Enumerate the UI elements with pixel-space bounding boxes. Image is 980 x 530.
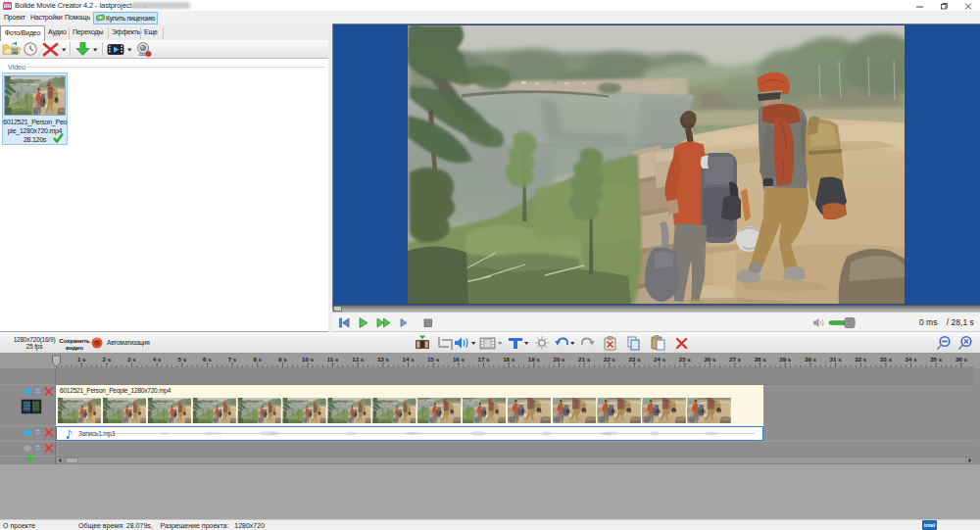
svg-text:35 s: 35 s [930, 356, 943, 362]
svg-text:36 s: 36 s [956, 356, 968, 362]
svg-text:8 s: 8 s [253, 356, 262, 362]
svg-text:17 s: 17 s [477, 356, 490, 362]
svg-text:18 s: 18 s [503, 356, 515, 362]
svg-text:27 s: 27 s [729, 356, 742, 362]
svg-text:28 s: 28 s [755, 356, 767, 362]
svg-text:4 s: 4 s [153, 356, 162, 362]
svg-text:19 s: 19 s [528, 356, 541, 362]
svg-text:29 s: 29 s [779, 356, 792, 362]
svg-text:20 s: 20 s [553, 356, 565, 362]
svg-text:32 s: 32 s [855, 356, 867, 362]
svg-text:34 s: 34 s [906, 356, 918, 362]
svg-text:25 s: 25 s [679, 356, 692, 362]
svg-text:23 s: 23 s [628, 356, 641, 362]
svg-text:9 s: 9 s [278, 356, 287, 362]
svg-text:5 s: 5 s [177, 356, 186, 362]
svg-text:31 s: 31 s [830, 356, 843, 362]
svg-text:6 s: 6 s [203, 356, 212, 362]
svg-text:2 s: 2 s [102, 356, 111, 362]
svg-text:14 s: 14 s [403, 356, 416, 362]
svg-text:15 s: 15 s [427, 356, 440, 362]
svg-text:3 s: 3 s [127, 356, 136, 362]
svg-text:21 s: 21 s [578, 356, 591, 362]
svg-text:26 s: 26 s [704, 356, 716, 362]
svg-text:7 s: 7 s [228, 356, 237, 362]
svg-text:22 s: 22 s [604, 356, 616, 362]
svg-text:33 s: 33 s [880, 356, 893, 362]
svg-text:11 s: 11 s [327, 356, 339, 362]
svg-text:16 s: 16 s [453, 356, 466, 362]
svg-text:12 s: 12 s [352, 356, 365, 362]
svg-text:13 s: 13 s [377, 356, 390, 362]
svg-text:30 s: 30 s [805, 356, 817, 362]
svg-text:1 s: 1 s [77, 356, 86, 362]
svg-text:24 s: 24 s [654, 356, 666, 362]
svg-text:10 s: 10 s [302, 356, 315, 362]
